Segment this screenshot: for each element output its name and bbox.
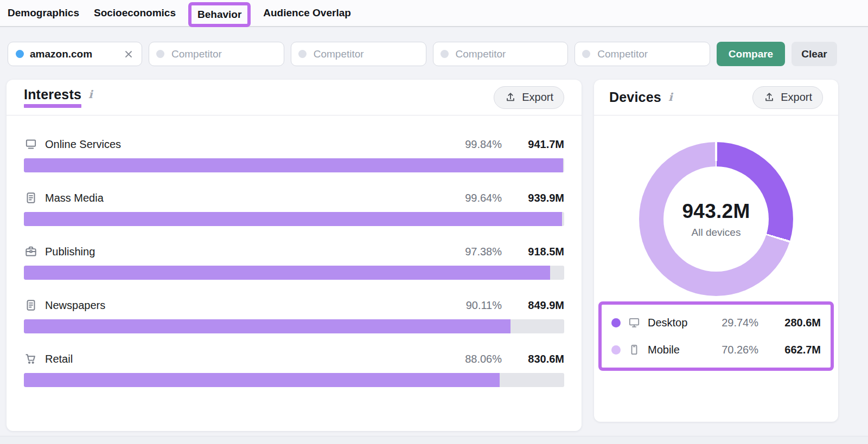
donut-center: 943.2M All devices [663,166,769,272]
competitor-input-4[interactable] [575,42,710,66]
competitor-input-3[interactable] [433,42,569,66]
interest-bar-track [24,319,564,333]
devices-export-button[interactable]: Export [752,86,823,109]
info-icon[interactable]: i [88,88,93,101]
domain-label: amazon.com [30,48,117,60]
interest-bar-track [24,212,564,226]
interest-bar-track [24,266,564,280]
devices-panel: Devices i Export 943.2M All devices De [594,80,838,422]
close-icon[interactable] [123,49,134,60]
interest-label: Online Services [45,138,458,151]
competitor-field-4[interactable] [596,48,703,61]
interest-row-online-services: Online Services 99.84% 941.7M [24,137,564,172]
interest-bar-fill [24,212,562,226]
tab-socioeconomics[interactable]: Socioeconomics [94,7,176,19]
filter-row: amazon.com Compare Clear [8,42,837,66]
competitor-dot-icon [156,50,164,58]
interest-percent: 97.38% [465,246,502,258]
interests-title: Interests [24,87,81,102]
compare-button[interactable]: Compare [717,42,785,66]
tab-bar: Demographics Socioeconomics Behavior Aud… [0,0,868,27]
interest-bar-fill [24,158,563,172]
cart-icon [24,352,38,366]
interest-label: Publishing [45,246,458,258]
interest-bar-fill [24,319,510,333]
interests-header: Interests i Export [7,80,582,115]
devices-donut-chart: 943.2M All devices [639,142,793,296]
mobile-icon [628,343,641,356]
export-label: Export [522,91,553,104]
interests-panel: Interests i Export Online Services 99.84… [7,80,582,431]
interest-percent: 99.84% [465,138,502,151]
competitor-field-3[interactable] [455,48,561,61]
news-icon [24,298,38,312]
interest-bar-track [24,373,564,387]
page-bottom-strip [0,436,868,444]
interest-percent: 88.06% [465,353,502,365]
interest-value: 849.9M [518,299,564,312]
desktop-icon [628,316,641,329]
competitor-dot-icon [582,50,590,58]
interest-percent: 90.11% [466,299,502,312]
legend-value: 662.7M [773,344,821,356]
competitor-dot-icon [441,50,449,58]
legend-label: Mobile [648,344,714,356]
devices-legend-annotation: Desktop 29.74% 280.6M Mobile 70.26% 662.… [598,301,834,371]
devices-header: Devices i Export [594,80,838,115]
legend-label: Desktop [648,317,714,329]
clear-button[interactable]: Clear [792,42,837,66]
interest-row-retail: Retail 88.06% 830.6M [24,352,564,387]
tab-behavior[interactable]: Behavior [197,9,241,20]
interest-row-publishing: Publishing 97.38% 918.5M [24,244,564,280]
export-icon [505,92,516,104]
devices-donut-wrap: 943.2M All devices [594,142,838,296]
interest-bar-track [24,158,564,172]
interest-value: 939.9M [518,192,564,204]
donut-center-value: 943.2M [682,200,750,223]
behavior-tab-annotation: Behavior [188,2,251,27]
competitor-dot-icon [298,50,307,58]
interest-row-newspapers: Newspapers 90.11% 849.9M [24,298,564,333]
laptop-icon [24,137,38,151]
domain-dot-icon [16,50,24,58]
briefcase-icon [24,244,38,259]
interests-rows: Online Services 99.84% 941.7M Mass Media… [7,115,582,387]
competitor-field-1[interactable] [170,48,277,61]
interest-row-mass-media: Mass Media 99.64% 939.9M [24,191,564,226]
interests-title-underline [24,104,81,108]
interest-value: 941.7M [518,138,564,151]
interest-label: Mass Media [45,192,458,204]
tab-audience-overlap[interactable]: Audience Overlap [263,7,351,19]
interest-bar-fill [24,373,500,387]
legend-percent: 70.26% [722,344,758,356]
mobile-dot-icon [611,345,621,355]
export-icon [763,92,775,104]
devices-title: Devices [609,89,661,105]
tab-demographics[interactable]: Demographics [8,7,79,19]
news-icon [24,191,38,205]
competitor-input-1[interactable] [149,42,284,66]
interest-percent: 99.64% [465,192,502,204]
competitor-input-2[interactable] [291,42,426,66]
legend-row-desktop[interactable]: Desktop 29.74% 280.6M [611,309,821,336]
domain-chip[interactable]: amazon.com [8,42,142,66]
competitor-field-2[interactable] [312,48,419,61]
interests-export-button[interactable]: Export [494,86,564,109]
interest-value: 918.5M [518,246,564,258]
donut-center-label: All devices [692,227,741,239]
interest-label: Retail [45,353,458,365]
export-label: Export [781,91,812,104]
interest-label: Newspapers [45,299,459,312]
interest-value: 830.6M [518,353,564,365]
legend-row-mobile[interactable]: Mobile 70.26% 662.7M [611,336,821,363]
legend-percent: 29.74% [722,317,758,329]
main-content: Interests i Export Online Services 99.84… [7,80,838,431]
interest-bar-fill [24,266,550,280]
info-icon[interactable]: i [668,91,673,104]
legend-value: 280.6M [773,317,821,329]
desktop-dot-icon [611,318,621,327]
